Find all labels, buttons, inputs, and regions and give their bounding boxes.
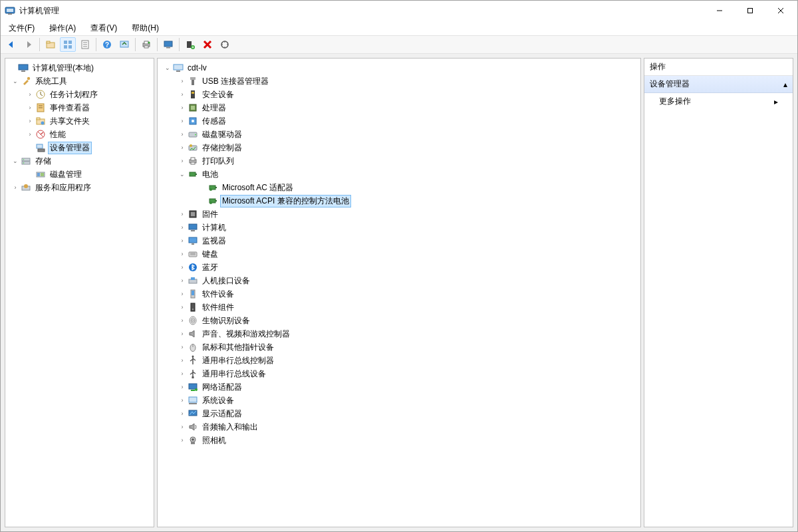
- twisty-icon[interactable]: ›: [178, 409, 187, 418]
- twisty-expanded-icon[interactable]: ⌄: [11, 76, 20, 86]
- device-category[interactable]: 打印队列: [200, 155, 236, 168]
- security-icon: [188, 89, 198, 100]
- disk-icon: [188, 129, 198, 140]
- device-category[interactable]: 人机接口设备: [200, 275, 252, 287]
- svg-point-77: [209, 188, 212, 191]
- twisty-icon[interactable]: ›: [178, 436, 187, 445]
- help-button[interactable]: ?: [99, 37, 115, 52]
- device-category[interactable]: 键盘: [200, 248, 220, 261]
- device-category[interactable]: 监视器: [200, 235, 228, 247]
- device-category[interactable]: 安全设备: [200, 88, 236, 101]
- device-category[interactable]: 存储控制器: [200, 142, 244, 154]
- nav-system-tools[interactable]: 系统工具: [33, 75, 69, 88]
- performance-icon: [35, 129, 46, 140]
- twisty-icon[interactable]: ›: [178, 103, 187, 112]
- twisty-icon[interactable]: ›: [178, 303, 187, 312]
- minimize-button[interactable]: [704, 1, 735, 21]
- twisty-icon[interactable]: ›: [178, 209, 187, 219]
- menu-help[interactable]: 帮助(H): [129, 21, 162, 35]
- console-button[interactable]: [160, 37, 176, 52]
- nav-device-manager[interactable]: 设备管理器: [48, 142, 92, 154]
- nav-disk-management[interactable]: 磁盘管理: [48, 168, 84, 181]
- twisty-icon[interactable]: ›: [178, 382, 187, 392]
- twisty-icon[interactable]: ›: [178, 329, 187, 338]
- device-category[interactable]: 蓝牙: [200, 261, 220, 274]
- twisty-icon[interactable]: ›: [178, 276, 187, 285]
- device-category[interactable]: 传感器: [200, 115, 228, 128]
- twisty-icon[interactable]: ›: [178, 249, 187, 259]
- twisty-icon[interactable]: ›: [178, 422, 187, 432]
- device-item[interactable]: Microsoft ACPI 兼容的控制方法电池: [220, 195, 351, 207]
- device-category[interactable]: 生物识别设备: [200, 315, 252, 327]
- nav-storage[interactable]: 存储: [33, 155, 53, 168]
- twisty-icon[interactable]: ›: [178, 263, 187, 272]
- menu-view[interactable]: 查看(V): [88, 21, 120, 35]
- device-category[interactable]: 声音、视频和游戏控制器: [200, 328, 292, 340]
- twisty-icon[interactable]: ›: [178, 369, 187, 378]
- twisty-icon[interactable]: ›: [178, 223, 187, 232]
- twisty-icon[interactable]: ›: [178, 316, 187, 325]
- nav-event-viewer[interactable]: 事件查看器: [48, 102, 92, 114]
- twisty-icon[interactable]: ⌄: [178, 170, 187, 179]
- device-category[interactable]: 计算机: [200, 221, 228, 234]
- remove-device-button[interactable]: [200, 37, 215, 52]
- twisty-icon[interactable]: ›: [178, 236, 187, 245]
- mouse-icon: [188, 342, 198, 352]
- battery-device-icon: [207, 196, 218, 206]
- twisty-icon[interactable]: ›: [178, 342, 187, 352]
- navigation-tree[interactable]: ▾ 计算机管理(本地) ⌄ 系统工具 › 任务计划程序 › 事件: [5, 59, 154, 197]
- menu-action[interactable]: 操作(A): [47, 21, 78, 35]
- device-item[interactable]: Microsoft AC 适配器: [220, 182, 295, 194]
- device-category[interactable]: 显示适配器: [200, 408, 244, 420]
- print-button[interactable]: [138, 37, 154, 52]
- device-category[interactable]: 系统设备: [200, 394, 236, 407]
- network-icon: [188, 382, 198, 392]
- device-category[interactable]: 电池: [200, 168, 220, 181]
- add-device-button[interactable]: [182, 37, 198, 52]
- device-category[interactable]: 固件: [200, 208, 220, 221]
- forward-button[interactable]: [21, 37, 37, 52]
- close-button[interactable]: [765, 1, 796, 21]
- more-actions-item[interactable]: 更多操作 ▸: [644, 93, 793, 110]
- device-category[interactable]: 网络适配器: [200, 381, 244, 394]
- maximize-button[interactable]: [735, 1, 765, 21]
- twisty-icon[interactable]: ›: [178, 116, 187, 126]
- device-category[interactable]: 音频输入和输出: [200, 421, 260, 434]
- view-button-active[interactable]: [60, 37, 76, 52]
- navigation-tree-panel: ▾ 计算机管理(本地) ⌄ 系统工具 › 任务计划程序 › 事件: [5, 58, 154, 527]
- twisty-icon[interactable]: ›: [178, 289, 187, 299]
- actions-section[interactable]: 设备管理器 ▴: [644, 76, 793, 93]
- device-category[interactable]: 照相机: [200, 434, 228, 447]
- refresh-button[interactable]: [116, 37, 132, 52]
- properties-button[interactable]: [77, 37, 93, 52]
- back-button[interactable]: [3, 37, 19, 52]
- device-category[interactable]: 处理器: [200, 102, 228, 114]
- device-category[interactable]: 通用串行总线设备: [200, 368, 268, 380]
- scan-button[interactable]: [217, 37, 233, 52]
- menu-file[interactable]: 文件(F): [6, 21, 37, 35]
- twisty-expanded-icon[interactable]: ⌄: [163, 63, 172, 72]
- device-category[interactable]: 软件组件: [200, 301, 236, 314]
- up-button[interactable]: [43, 37, 59, 52]
- nav-root[interactable]: 计算机管理(本地): [31, 62, 96, 74]
- device-category[interactable]: 软件设备: [200, 288, 236, 301]
- twisty-icon[interactable]: ›: [178, 396, 187, 405]
- device-category[interactable]: 通用串行总线控制器: [200, 354, 276, 367]
- device-category[interactable]: 鼠标和其他指针设备: [200, 341, 276, 354]
- actions-panel: 操作 设备管理器 ▴ 更多操作 ▸: [644, 58, 793, 527]
- twisty-icon[interactable]: ›: [178, 156, 187, 166]
- nav-performance[interactable]: 性能: [48, 128, 68, 141]
- twisty-icon[interactable]: ›: [178, 90, 187, 99]
- nav-services-apps[interactable]: 服务和应用程序: [33, 182, 93, 194]
- device-category[interactable]: USB 连接器管理器: [200, 75, 271, 88]
- device-tree[interactable]: ⌄cdt-lv›USB 连接器管理器›安全设备›处理器›传感器›磁盘驱动器›存储…: [158, 59, 640, 450]
- twisty-icon[interactable]: ›: [178, 143, 187, 152]
- twisty-collapsed-icon[interactable]: ›: [25, 90, 35, 99]
- twisty-icon[interactable]: ›: [178, 356, 187, 365]
- twisty-icon[interactable]: ›: [178, 76, 187, 86]
- nav-shared-folders[interactable]: 共享文件夹: [48, 115, 92, 128]
- nav-task-scheduler[interactable]: 任务计划程序: [48, 88, 100, 101]
- device-category[interactable]: 磁盘驱动器: [200, 128, 244, 141]
- twisty-icon[interactable]: ›: [178, 130, 187, 139]
- device-host[interactable]: cdt-lv: [186, 63, 209, 73]
